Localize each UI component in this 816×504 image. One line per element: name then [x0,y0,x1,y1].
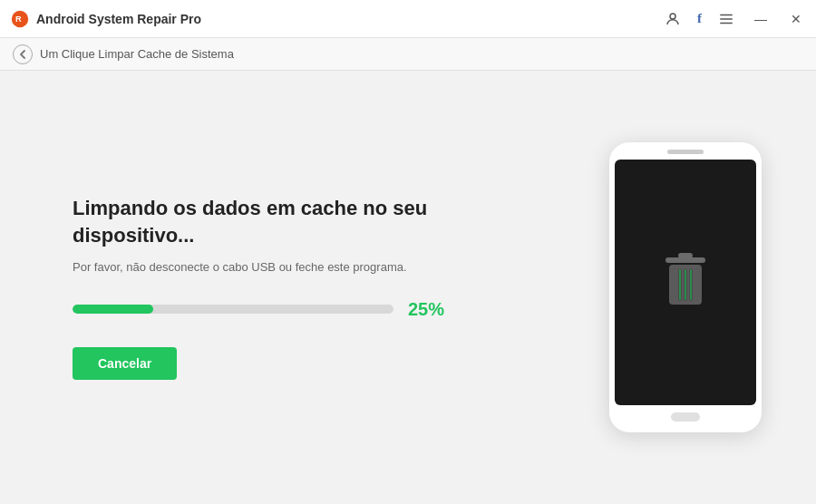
left-panel: Limpando os dados em cache no seu dispos… [73,195,453,379]
right-panel [609,142,762,432]
svg-rect-7 [678,253,693,258]
breadcrumb-text: Um Clique Limpar Cache de Sistema [40,47,234,61]
progress-bar-background [73,305,393,314]
title-bar: R Android System Repair Pro f — ✕ [0,0,816,38]
progress-percent: 25% [408,299,453,320]
minimize-button[interactable]: — [751,10,771,28]
app-logo-icon: R [11,10,29,28]
trash-icon [656,250,714,315]
progress-row: 25% [73,299,453,320]
back-button[interactable] [13,44,33,64]
phone-home-button [671,412,700,422]
title-controls: f — ✕ [665,10,805,28]
phone-screen [615,160,756,405]
menu-icon[interactable] [718,11,734,27]
svg-point-2 [670,14,675,19]
main-content: Limpando os dados em cache no seu dispos… [0,71,816,504]
phone-speaker [667,150,704,154]
main-heading: Limpando os dados em cache no seu dispos… [73,195,453,248]
user-icon[interactable] [665,11,681,27]
close-button[interactable]: ✕ [787,10,805,28]
sub-text: Por favor, não desconecte o cabo USB ou … [73,260,453,274]
cancel-button[interactable]: Cancelar [73,347,177,380]
phone-illustration [609,142,762,432]
progress-bar-fill [73,305,153,314]
svg-text:R: R [15,15,22,24]
title-left: R Android System Repair Pro [11,10,201,28]
app-title: Android System Repair Pro [36,12,201,26]
breadcrumb-bar: Um Clique Limpar Cache de Sistema [0,38,816,71]
facebook-icon[interactable]: f [697,11,702,26]
